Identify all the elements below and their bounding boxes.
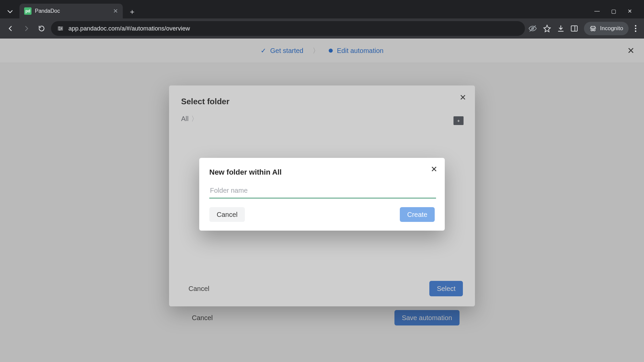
select-folder-dialog: Select folder ✕ All 〉 Cancel Select New … <box>169 85 475 306</box>
incognito-icon <box>589 25 597 32</box>
close-new-folder-button[interactable]: ✕ <box>431 165 437 174</box>
tab-title: PandaDoc <box>35 8 110 14</box>
new-folder-title: New folder within All <box>209 168 435 177</box>
new-folder-dialog: New folder within All ✕ Cancel Create <box>199 158 445 231</box>
new-tab-button[interactable]: ＋ <box>125 5 139 18</box>
sidepanel-icon[interactable] <box>571 25 578 32</box>
svg-point-9 <box>635 31 636 32</box>
svg-point-0 <box>59 26 60 27</box>
close-window-icon[interactable]: ✕ <box>628 8 632 14</box>
svg-point-8 <box>635 28 636 29</box>
tab-strip: pd PandaDoc ✕ ＋ — ▢ ✕ <box>0 0 644 18</box>
address-bar[interactable]: app.pandadoc.com/a/#/automations/overvie… <box>51 21 525 36</box>
browser-tab-active[interactable]: pd PandaDoc ✕ <box>19 4 123 18</box>
svg-rect-4 <box>571 26 577 31</box>
maximize-icon[interactable]: ▢ <box>611 8 616 14</box>
reload-button[interactable] <box>36 22 48 35</box>
tab-search-button[interactable] <box>3 5 17 18</box>
minimize-icon[interactable]: — <box>594 8 600 14</box>
arrow-left-icon <box>7 25 14 32</box>
arrow-right-icon <box>22 25 30 32</box>
app-page: ✓ Get started 〉 Edit automation ✕ Cancel… <box>0 39 644 362</box>
close-tab-icon[interactable]: ✕ <box>113 7 118 15</box>
svg-point-7 <box>635 25 636 26</box>
forward-button[interactable] <box>20 22 32 35</box>
svg-point-1 <box>61 28 62 29</box>
window-controls: — ▢ ✕ <box>586 4 641 18</box>
kebab-menu-icon[interactable] <box>635 25 637 32</box>
incognito-badge[interactable]: Incognito <box>584 22 629 35</box>
downloads-icon[interactable] <box>557 25 565 32</box>
svg-point-5 <box>591 29 593 31</box>
bookmark-star-icon[interactable] <box>543 24 551 33</box>
browser-chrome: pd PandaDoc ✕ ＋ — ▢ ✕ app.pandadoc.com/a… <box>0 0 644 39</box>
new-folder-cancel-button[interactable]: Cancel <box>209 207 245 222</box>
new-folder-create-button[interactable]: Create <box>400 207 435 222</box>
omnibar: app.pandadoc.com/a/#/automations/overvie… <box>0 18 644 39</box>
folder-name-input[interactable] <box>209 183 436 198</box>
new-folder-footer: Cancel Create <box>209 207 435 222</box>
url-text: app.pandadoc.com/a/#/automations/overvie… <box>68 25 190 32</box>
svg-point-6 <box>593 29 595 31</box>
favicon-pandadoc: pd <box>24 7 32 15</box>
site-settings-icon <box>57 25 64 32</box>
toolbar-right: Incognito <box>528 22 639 35</box>
svg-point-2 <box>59 29 60 31</box>
reload-icon <box>38 25 45 32</box>
chevron-down-icon <box>7 10 13 13</box>
incognito-label: Incognito <box>600 25 623 32</box>
eye-off-icon[interactable] <box>528 25 537 32</box>
back-button[interactable] <box>5 22 17 35</box>
